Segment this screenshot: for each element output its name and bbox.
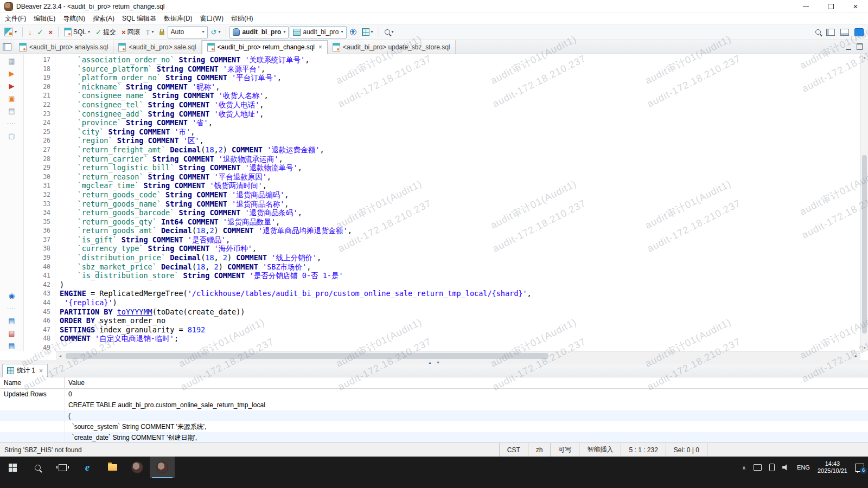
start-button[interactable] [0, 457, 25, 478]
menu-item[interactable]: SQL 编辑器 [118, 13, 160, 24]
rollback-label: 回滚 [127, 28, 141, 37]
menu-item[interactable]: 数据库(D) [160, 13, 196, 24]
scroll-right-icon[interactable]: ▸ [852, 352, 860, 360]
horizontal-scrollbar[interactable]: ◂ ▸ [56, 351, 860, 360]
execute-script-icon[interactable]: ▶ [7, 81, 17, 91]
code-line: ORDER BY system_order_no [60, 316, 860, 325]
chevron-down-icon: ▾ [283, 30, 285, 34]
quick-search-button[interactable] [813, 25, 823, 38]
tab-close-icon[interactable]: × [39, 367, 43, 375]
status-cell[interactable]: Sel: 0 | 0 [666, 443, 707, 457]
stats-tab[interactable]: 统计 1 × [2, 364, 48, 377]
volume-button[interactable] [778, 457, 793, 478]
dbeaver-active-taskbar-button[interactable] [150, 457, 175, 478]
sash-up-icon[interactable]: ▲ [428, 361, 432, 364]
status-cell[interactable]: 可写 [550, 443, 579, 457]
clock-button[interactable]: 14:43 2025/10/21 [814, 457, 851, 478]
status-cell[interactable]: CST [499, 443, 528, 457]
editor-tab[interactable]: <audit_bi_pro> update_sbz_store.sql [328, 40, 455, 54]
action-center-button[interactable]: 6 [851, 457, 868, 478]
more-actions-icon[interactable]: ···· [7, 119, 17, 128]
editor-tab[interactable]: <audit_bi_pro> return_change.sql× [202, 40, 328, 54]
internet-explorer-button[interactable]: e [75, 457, 100, 478]
menu-item[interactable]: 编辑(E) [30, 13, 59, 24]
network-button[interactable] [348, 25, 359, 38]
minimize-button[interactable] [793, 0, 818, 12]
close-button[interactable]: × [843, 0, 868, 12]
file-explorer-button[interactable] [100, 457, 125, 478]
settings-gear-icon[interactable]: ◉ [7, 291, 17, 300]
output-file-icon[interactable]: ▤ [7, 341, 17, 350]
code-area[interactable]: `association_order_no` String COMMENT '关… [55, 54, 860, 351]
transaction-lock-button[interactable] [157, 25, 167, 38]
rollback-button[interactable]: × 回滚 [119, 25, 143, 38]
schema-combo[interactable]: audit_bi_pro ▾ [290, 26, 346, 38]
line-number-gutter[interactable]: 1718192021222324252627282930313233343536… [24, 54, 55, 351]
scroll-down-icon[interactable]: ▾ [861, 345, 868, 351]
menu-item[interactable]: 文件(F) [1, 13, 30, 24]
editor-tab[interactable]: <audit_bi_pro> analysis.sql [14, 40, 113, 54]
new-sql-editor-button[interactable]: ▾ [2, 25, 19, 38]
commit-button[interactable]: ✓ 提交 [93, 25, 118, 38]
column-header-value[interactable]: Value [65, 377, 868, 388]
hidden-icons-button[interactable]: ∧ [738, 457, 750, 478]
more-icon[interactable]: ···· [7, 304, 17, 313]
vertical-scroll-thumb[interactable] [862, 155, 867, 333]
sash-down-icon[interactable]: ▼ [436, 361, 440, 364]
display-tray-button[interactable] [750, 457, 765, 478]
panel-sash[interactable]: ▲ ▼ [0, 360, 868, 364]
dbeaver-taskbar-button[interactable] [125, 457, 150, 478]
menu-item[interactable]: 窗口(W) [196, 13, 227, 24]
perspective-button[interactable] [852, 25, 866, 38]
autocommit-combo[interactable]: Auto ▾ [168, 26, 208, 38]
transaction-history-button[interactable]: ↺ ▾ [209, 25, 223, 38]
column-header-name[interactable]: Name [0, 377, 65, 388]
minimize-view-button[interactable] [846, 42, 851, 52]
execute-script-button[interactable]: ↓ [26, 25, 34, 38]
edit-metadata-icon[interactable]: ▣ [7, 94, 17, 103]
menu-item[interactable]: 帮助(H) [227, 13, 257, 24]
layout-bottom-button[interactable] [838, 25, 851, 38]
clipboard-icon[interactable]: ▤ [7, 106, 17, 115]
status-cell[interactable]: 智能插入 [579, 443, 621, 457]
vertical-scrollbar[interactable]: ▴ ▾ [860, 54, 868, 351]
status-cell[interactable]: 5 : 1 : 232 [621, 443, 665, 457]
execute-statement-icon[interactable]: ▶ [7, 69, 17, 78]
transaction-mode-button[interactable]: T ▾ [144, 25, 156, 38]
commit-icon-button[interactable]: ✓ [35, 25, 46, 38]
maximize-view-button[interactable] [857, 42, 863, 52]
table-row[interactable]: CREATE TABLE audit_bi_pro.custom_online_… [0, 400, 868, 410]
layout-left-button[interactable] [824, 25, 837, 38]
language-button[interactable]: ENG [793, 457, 814, 478]
sql-editor-menu-button[interactable]: SQL ▾ [62, 25, 92, 38]
tab-close-icon[interactable]: × [318, 43, 322, 51]
search-menu-button[interactable]: ▾ [382, 25, 396, 38]
taskbar-search-button[interactable] [25, 457, 50, 478]
menu-item[interactable]: 搜索(A) [89, 13, 118, 24]
log-file-icon[interactable]: ▤ [7, 316, 17, 325]
error-file-icon[interactable]: ▤ [7, 329, 17, 338]
rollback-icon-button[interactable]: × [46, 25, 55, 38]
scroll-up-icon[interactable]: ▴ [861, 54, 868, 61]
menu-item[interactable]: 导航(N) [59, 13, 89, 24]
table-row[interactable]: ( [0, 410, 868, 421]
results-grid-button[interactable]: ▾ [360, 25, 375, 38]
new-sql-editor-icon [4, 28, 13, 36]
task-view-button[interactable] [50, 457, 75, 478]
device-tray-button[interactable] [765, 457, 778, 478]
editor-tab[interactable]: <audit_bi_pro> sale.sql [113, 40, 201, 54]
sql-file-icon [19, 43, 27, 52]
restore-panel-icon[interactable]: ▦ [7, 56, 17, 66]
table-row[interactable]: `source_system` String COMMENT '来源系统', [0, 421, 868, 432]
database-combo[interactable]: audit_bi_pro ▾ [229, 26, 289, 38]
status-cell[interactable]: zh [528, 443, 551, 457]
table-row[interactable]: Updated Rows0 [0, 389, 868, 400]
maximize-button[interactable] [818, 0, 843, 12]
editor-list-button[interactable] [0, 40, 14, 54]
table-row[interactable]: `create_date` String COMMENT '创建日期', [0, 432, 868, 442]
terminal-icon[interactable]: ▢ [7, 131, 17, 140]
toolbar: ▾ ↓ ✓ × SQL ▾ ✓ 提交 × 回滚 T ▾ [0, 24, 868, 40]
horizontal-scroll-thumb[interactable] [66, 353, 548, 359]
statistics-icon [7, 367, 14, 374]
scroll-left-icon[interactable]: ◂ [56, 352, 65, 360]
